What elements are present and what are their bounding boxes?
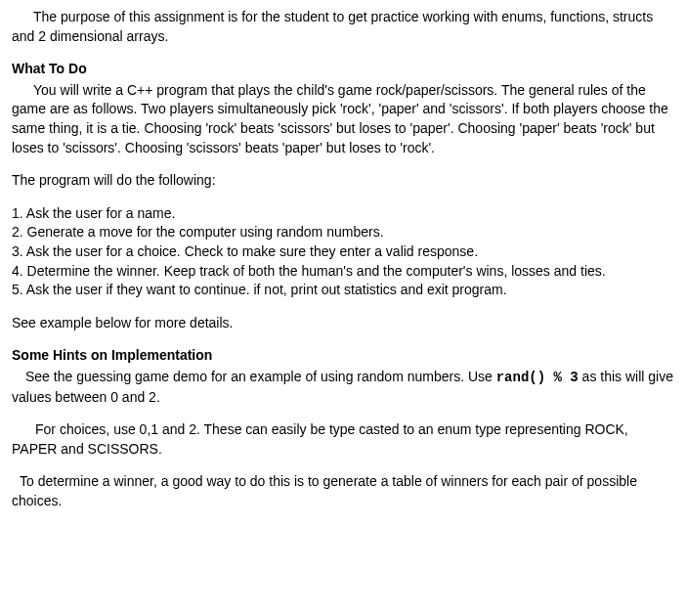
hint-winner-table: To determine a winner, a good way to do … <box>12 472 675 510</box>
section-heading-hints: Some Hints on Implementation <box>12 346 675 366</box>
program-will-do-intro: The program will do the following: <box>12 171 675 191</box>
step-3: 3. Ask the user for a choice. Check to m… <box>12 242 675 262</box>
step-4: 4. Determine the winner. Keep track of b… <box>12 262 675 282</box>
step-5: 5. Ask the user if they want to continue… <box>12 281 675 300</box>
code-rand-expression: rand() % 3 <box>496 370 579 385</box>
what-to-do-description: You will write a C++ program that plays … <box>12 81 675 157</box>
hint-choices: For choices, use 0,1 and 2. These can ea… <box>12 420 675 459</box>
hint-rand-text-a: See the guessing game demo for an exampl… <box>25 369 496 384</box>
step-1: 1. Ask the user for a name. <box>12 204 675 224</box>
hint-rand: See the guessing game demo for an exampl… <box>12 368 675 407</box>
intro-paragraph: The purpose of this assignment is for th… <box>12 8 675 46</box>
section-heading-what-to-do: What To Do <box>12 60 675 79</box>
step-2: 2. Generate a move for the computer usin… <box>12 223 675 242</box>
steps-list: 1. Ask the user for a name. 2. Generate … <box>12 204 675 300</box>
see-example-note: See example below for more details. <box>12 314 675 333</box>
what-to-do-text: You will write a C++ program that plays … <box>12 82 668 155</box>
